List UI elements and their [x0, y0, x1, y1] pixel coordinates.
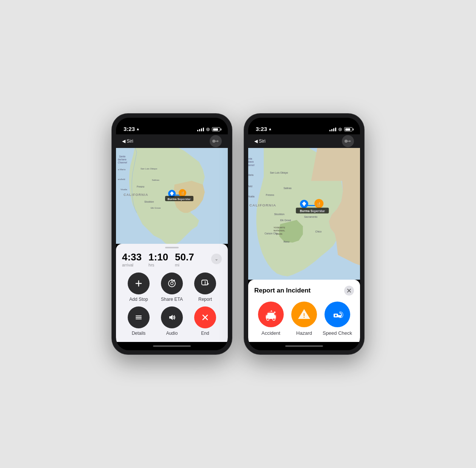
- share-eta-button[interactable]: Share ETA: [155, 272, 189, 302]
- svg-text:✦: ✦: [270, 309, 273, 313]
- svg-text:🍴: 🍴: [316, 202, 321, 207]
- audio-label: Audio: [166, 331, 178, 336]
- incident-panel: Report an Incident: [248, 280, 360, 342]
- right-siri-back-button[interactable]: ◀ Siri: [254, 139, 266, 144]
- end-label: End: [201, 331, 209, 336]
- right-wifi-icon: ⊛: [338, 126, 342, 132]
- incident-close-button[interactable]: [344, 286, 354, 296]
- add-stop-button[interactable]: Add Stop: [122, 272, 155, 302]
- svg-text:Visalia: Visalia: [248, 195, 255, 198]
- svg-text:barbara: barbara: [248, 160, 253, 163]
- hazard-icon: !: [297, 308, 311, 321]
- map-svg: 🍴 Burma Superstar Santa barbara Channel …: [116, 148, 228, 244]
- incident-options-grid: ✦ ✦ Accident !: [254, 302, 354, 336]
- speed-check-label: Speed Check: [323, 330, 352, 336]
- svg-text:Carson City: Carson City: [264, 232, 278, 235]
- svg-text:Salinas: Salinas: [283, 187, 292, 189]
- right-phone: 3:23 ▲ ⊛: [244, 113, 365, 355]
- svg-text:San Luis Obispo: San Luis Obispo: [141, 168, 158, 170]
- svg-text:Fresno: Fresno: [266, 194, 274, 197]
- details-label: Details: [132, 331, 146, 336]
- left-time: 3:23 ▲: [124, 126, 140, 132]
- report-label: Report: [198, 297, 212, 302]
- plus-icon: [134, 279, 143, 288]
- add-stop-label: Add Stop: [129, 297, 148, 302]
- incident-title: Report an Incident: [254, 287, 311, 294]
- svg-text:Santa Rosa: Santa Rosa: [179, 198, 192, 200]
- right-top-nav: ◀ Siri: [248, 134, 360, 148]
- svg-text:ersfield: ersfield: [248, 185, 252, 188]
- svg-point-77: [267, 318, 269, 320]
- svg-marker-38: [169, 315, 173, 320]
- svg-text:Stockton: Stockton: [274, 213, 284, 216]
- svg-text:Elk Grove: Elk Grove: [280, 219, 291, 222]
- audio-icon: [168, 313, 176, 322]
- accident-label: Accident: [261, 330, 280, 336]
- share-eta-label: Share ETA: [161, 297, 183, 302]
- left-map-area: 🍴 Burma Superstar Santa barbara Channel …: [116, 148, 228, 244]
- right-notch: [281, 118, 327, 128]
- right-battery-icon: [344, 127, 352, 131]
- details-button[interactable]: Details: [122, 306, 155, 336]
- end-icon: [201, 313, 209, 322]
- svg-text:CALIFORNIA: CALIFORNIA: [124, 193, 148, 197]
- svg-text:✦: ✦: [273, 310, 276, 314]
- right-status-icons: ⊛: [329, 126, 352, 132]
- svg-text:Santa Rosa: Santa Rosa: [312, 209, 325, 212]
- end-button[interactable]: End: [189, 306, 222, 336]
- svg-point-27: [171, 282, 173, 285]
- svg-text:Sacramento: Sacramento: [304, 216, 318, 218]
- svg-marker-43: [349, 140, 351, 142]
- svg-text:🍴: 🍴: [181, 191, 185, 196]
- svg-point-85: [335, 314, 337, 317]
- incident-header: Report an Incident: [254, 286, 354, 296]
- svg-text:!: !: [303, 313, 305, 319]
- right-map-svg: 🍴 Burma Superstar Santa barbara Channel …: [248, 148, 360, 280]
- right-location-arrow-icon: ▲: [268, 127, 272, 131]
- svg-text:a Maria: a Maria: [118, 168, 126, 171]
- svg-text:Santa: Santa: [248, 157, 252, 160]
- left-home-bar: [116, 342, 228, 350]
- svg-text:NATIONAL: NATIONAL: [274, 229, 285, 232]
- svg-text:Fresno: Fresno: [137, 185, 145, 188]
- accident-button[interactable]: ✦ ✦ Accident: [254, 302, 287, 336]
- right-home-bar: [248, 342, 360, 350]
- right-nav-arrow-icon: [342, 135, 354, 147]
- audio-button[interactable]: Audio: [155, 306, 189, 336]
- eta-duration: 1:10 hrs: [148, 252, 168, 267]
- siri-back-button[interactable]: ◀ Siri: [122, 139, 133, 144]
- svg-text:San Luis Obispo: San Luis Obispo: [270, 171, 288, 174]
- right-time: 3:23 ▲: [256, 126, 272, 132]
- right-map: 🍴 Burma Superstar Santa barbara Channel …: [248, 148, 360, 280]
- svg-text:Visalia: Visalia: [121, 188, 127, 191]
- left-phone: 3:23 ▲ ⊛: [111, 113, 232, 355]
- svg-text:YOSEMITE: YOSEMITE: [274, 226, 285, 229]
- speed-check-button[interactable]: Speed Check: [321, 302, 354, 336]
- hazard-button[interactable]: ! Hazard: [287, 302, 321, 336]
- svg-text:Santa: Santa: [119, 155, 125, 158]
- left-map: 🍴 Burma Superstar Santa barbara Channel …: [116, 148, 228, 244]
- report-button[interactable]: Report: [189, 272, 222, 302]
- report-icon: [201, 279, 209, 288]
- expand-chevron-button[interactable]: ⌄: [211, 254, 222, 264]
- svg-text:Stockton: Stockton: [144, 200, 154, 203]
- eta-distance: 50.7 mi: [175, 252, 194, 267]
- accident-icon: ✦ ✦: [264, 308, 278, 321]
- speed-check-icon: [331, 308, 344, 321]
- details-icon: [134, 313, 143, 322]
- right-signal-icon: [329, 128, 336, 131]
- left-top-nav: ◀ Siri: [116, 134, 228, 148]
- svg-text:a Maria: a Maria: [248, 174, 253, 176]
- left-bottom-sheet: 4:33 arrival 1:10 hrs 50.7 mi ⌄: [116, 244, 228, 342]
- phones-container: 3:23 ▲ ⊛: [111, 113, 365, 355]
- svg-text:Channel: Channel: [118, 161, 127, 164]
- notch: [149, 118, 195, 128]
- svg-point-34: [205, 283, 206, 284]
- eta-row: 4:33 arrival 1:10 hrs 50.7 mi ⌄: [122, 252, 222, 267]
- sheet-handle: [165, 247, 179, 248]
- svg-text:barbara: barbara: [118, 158, 127, 161]
- svg-text:Reno: Reno: [283, 240, 289, 243]
- right-map-area: 🍴 Burma Superstar Santa barbara Channel …: [248, 148, 360, 280]
- signal-icon: [197, 128, 204, 131]
- svg-text:Channel: Channel: [248, 164, 255, 167]
